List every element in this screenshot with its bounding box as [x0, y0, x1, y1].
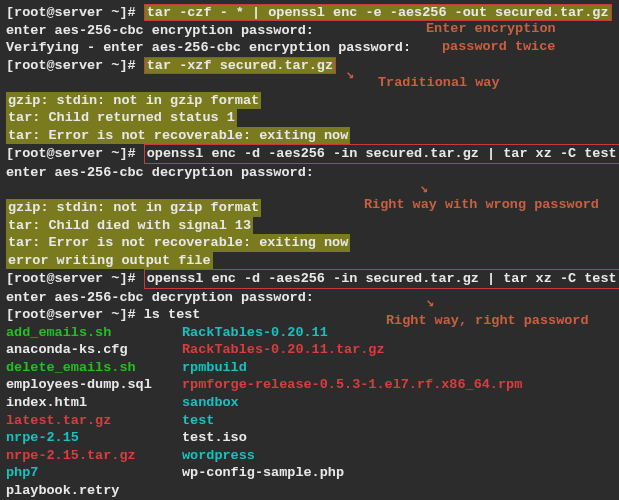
cmd-extract-wrong: tar -xzf secured.tar.gz	[144, 57, 336, 74]
term-line: [root@server ~]# tar -czf - * | openssl …	[6, 4, 613, 22]
arrow-icon: ↘	[346, 66, 354, 84]
annotation-wrongpw: Right way with wrong password	[364, 196, 599, 214]
ls-row: index.htmlsandbox	[6, 394, 613, 412]
term-line: [root@server ~]# openssl enc -d -aes256 …	[6, 269, 613, 289]
term-line: enter aes-256-cbc decryption password:	[6, 289, 613, 307]
cmd-ls: ls test	[144, 307, 201, 322]
annotation-traditional: Traditional way	[378, 74, 500, 92]
arrow-icon: ↘	[420, 180, 428, 198]
ls-row: employees-dump.sqlrpmforge-release-0.5.3…	[6, 376, 613, 394]
prompt: [root@server ~]#	[6, 5, 144, 20]
error-block: gzip: stdin: not in gzip format tar: Chi…	[6, 92, 613, 145]
term-line: enter aes-256-cbc decryption password:	[6, 164, 613, 182]
ls-row: latest.tar.gztest	[6, 412, 613, 430]
blank-line	[6, 74, 613, 92]
term-line: [root@server ~]# openssl enc -d -aes256 …	[6, 144, 613, 164]
ls-row: php7wp-config-sample.php	[6, 464, 613, 482]
annotation-rightpw: Right way, right password	[386, 312, 589, 330]
cmd-decrypt-wrongpw: openssl enc -d -aes256 -in secured.tar.g…	[144, 144, 619, 164]
arrow-icon: ↘	[426, 294, 434, 312]
ls-row: anaconda-ks.cfgRackTables-0.20.11.tar.gz	[6, 341, 613, 359]
ls-row: nrpe-2.15test.iso	[6, 429, 613, 447]
annotation-enter-twice: Enter encryption password twice	[426, 20, 556, 55]
ls-row: delete_emails.shrpmbuild	[6, 359, 613, 377]
cmd-encrypt: tar -czf - * | openssl enc -e -aes256 -o…	[144, 4, 612, 21]
cmd-decrypt-rightpw: openssl enc -d -aes256 -in secured.tar.g…	[144, 269, 619, 289]
ls-row: nrpe-2.15.tar.gzwordpress	[6, 447, 613, 465]
term-line: [root@server ~]# tar -xzf secured.tar.gz	[6, 57, 613, 75]
ls-row: playbook.retry	[6, 482, 613, 500]
